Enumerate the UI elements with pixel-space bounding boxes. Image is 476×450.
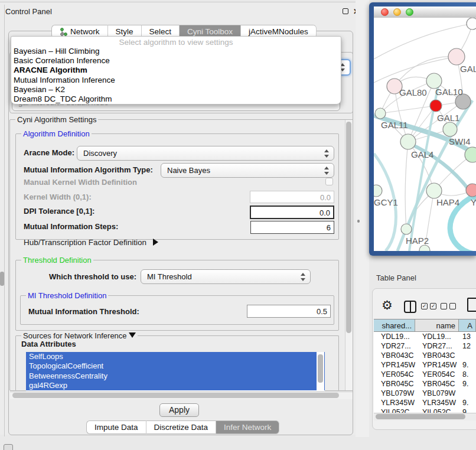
column-header-A[interactable]: A [459,319,476,331]
algorithm-option[interactable]: Mutual Information Inference [11,76,341,85]
sources-title[interactable]: Sources for Network Inference [21,331,138,340]
mi-threshold-field[interactable]: 0.5 [247,305,331,318]
settings-hscrollbar-thumb[interactable] [12,393,339,398]
close-traffic-light-icon[interactable] [381,8,389,16]
network-node-gcy1[interactable] [374,185,382,197]
mi-threshold-title: MI Threshold Definition [26,291,108,300]
algorithm-option[interactable]: Basic Correlation Inference [11,56,341,66]
table-row[interactable]: YPR145WYPR145W9. [374,360,476,370]
stepper-arrows-icon [324,149,330,158]
apply-button[interactable]: Apply [159,403,199,417]
algorithm-option[interactable]: Bayesian – Hill Climbing [11,47,341,56]
network-node-gal11[interactable] [375,108,386,119]
attr-list-scrollbar-thumb[interactable] [318,354,323,383]
checked-boxes-icon[interactable]: ✓ [421,303,428,309]
table-cell: YBR045C [415,379,459,389]
table-cell: 8. [459,370,476,379]
table-cell: YIL052C [415,407,459,413]
tab-infer-network[interactable]: Infer Network [216,420,279,434]
node-label-gal11: GAL11 [381,120,408,130]
algorithm-definition-title: Algorithm Definition [21,129,92,138]
network-node-gal4[interactable] [400,134,416,149]
mi-type-select[interactable]: Naive Bayes [161,163,334,178]
checked-boxes-icon[interactable]: ✓ [430,303,436,309]
unchecked-boxes-icon[interactable] [449,303,456,309]
control-panel-title: Control Panel [5,7,52,16]
table-row[interactable]: YBR043CYBR043C [374,351,476,360]
network-node-hap4[interactable] [426,183,442,198]
network-window-titlebar[interactable] [374,6,476,18]
algorithm-option[interactable]: Dream8 DC_TDC Algorithm [11,94,341,104]
split-columns-icon[interactable] [404,301,416,313]
data-attribute-item[interactable]: BetweennessCentrality [26,371,325,381]
node-label-swi4: SWI4 [449,136,471,146]
network-icon [60,28,67,36]
table-cell: YIL052C [374,407,415,413]
column-header-shared...[interactable]: shared... [374,319,415,331]
collapsed-panel-icon[interactable] [4,444,13,450]
table-row[interactable]: YLR345WYLR345W9. [374,398,476,407]
manual-kernel-checkbox[interactable] [325,178,333,185]
expanded-arrow-icon [129,332,136,338]
mi-steps-field[interactable]: 6 [250,221,334,234]
tab-discretize-data[interactable]: Discretize Data [146,420,217,434]
table-row[interactable]: YDR27...YDR27...12 [374,341,476,351]
stepper-arrows-icon [301,272,306,282]
table-row[interactable]: YIL052CYIL052C9 [374,407,476,413]
splitter-handle[interactable] [357,220,360,223]
kernel-width-field[interactable]: 0.0 [250,191,334,203]
unchecked-boxes-icon[interactable] [441,303,447,309]
aracne-mode-select[interactable]: Discovery [77,146,334,161]
table-row[interactable]: YDL19...YDL19...13 [374,332,476,341]
column-header-name[interactable]: name [415,319,459,331]
node-label-gal: GAL [460,64,476,74]
table-row[interactable]: YBL079WYBL079W [374,389,476,398]
table-cell: YLR345W [415,398,459,407]
table-cell: YPR145W [374,360,415,370]
tab-impute-data[interactable]: Impute Data [86,420,146,434]
which-threshold-select[interactable]: MI Threshold [141,269,311,284]
manual-kernel-label: Manual Kernel Width Definition [24,178,137,187]
settings-vscrollbar-thumb[interactable] [346,122,351,333]
table-cell: YPR145W [415,360,459,370]
table-hscrollbar-thumb[interactable] [376,414,465,419]
network-canvas[interactable]: GALGAL80GAL10GAL1GAL11SWI4GAL4GCY1HAP4YH… [374,18,476,251]
table-row[interactable]: YER054CYER054C8. [374,370,476,379]
float-window-icon[interactable] [343,8,348,14]
left-divider [4,5,5,436]
control-panel-window: Control Panel ✕ NetworkStyleSelectCyni T… [0,2,356,435]
network-node-hap2[interactable] [401,224,412,234]
network-node[interactable] [467,18,476,30]
data-attribute-item[interactable]: TopologicalCoefficient [26,361,325,371]
data-attributes-list[interactable]: SelfLoopsTopologicalCoefficientBetweenne… [26,352,325,391]
dpi-tolerance-field[interactable]: 0.0 [250,206,334,219]
table-cell: YDR27... [374,341,415,351]
table-cell: YBL079W [374,389,415,398]
stepper-arrows-icon [324,166,330,175]
network-edge [405,142,408,229]
hub-definition-toggle[interactable]: Hub/Transcription Factor Definition [24,238,158,247]
minimize-traffic-light-icon[interactable] [393,8,401,16]
network-node-gal1[interactable] [430,100,442,112]
algorithm-option[interactable]: Bayesian – K2 [11,85,341,94]
network-node-swi4[interactable] [443,122,457,136]
settings-group-title: Cyni Algorithm Settings [15,115,98,124]
network-node-gal[interactable] [448,48,465,65]
data-attribute-item[interactable]: gal4RGexp [26,381,325,390]
table-row[interactable]: YBR045CYBR045C9. [374,379,476,389]
table-cell: YER054C [374,370,415,379]
table-cell: YBR043C [415,351,459,360]
zoom-traffic-light-icon[interactable] [406,8,413,16]
data-attribute-item[interactable]: SelfLoops [26,352,325,361]
table-cell: 9. [459,360,476,370]
network-node[interactable] [419,245,430,251]
node-label-gal1: GAL1 [437,113,459,123]
table-cell: YDL19... [415,332,459,341]
left-scrollbar-thumb[interactable] [0,272,4,286]
algorithm-option[interactable]: ARACNE Algorithm [11,66,341,75]
network-edge [374,57,457,83]
file-icon[interactable] [467,298,476,312]
gear-icon[interactable]: ⚙ [382,298,393,312]
table-cell [459,351,476,360]
network-node-y[interactable] [466,184,476,197]
